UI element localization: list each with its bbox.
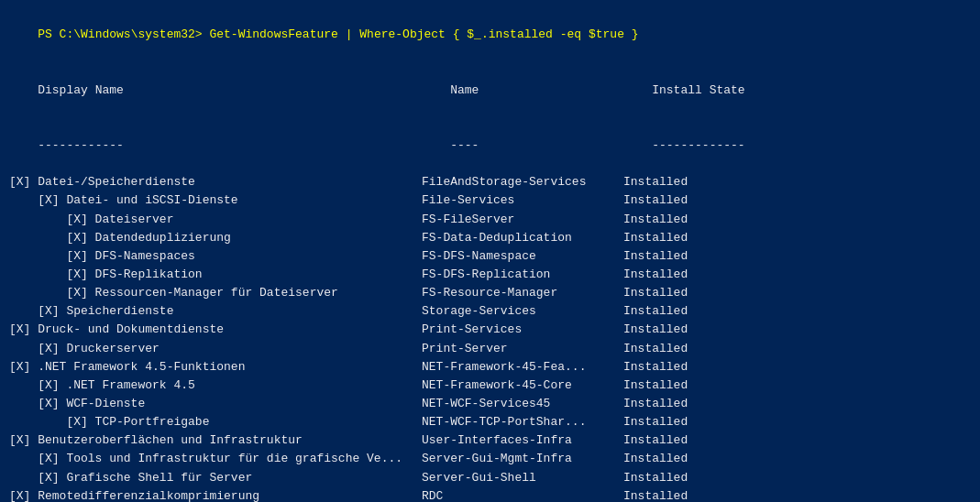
row-feature-name: File-Services [422,191,623,210]
table-row: [X] Datei-/SpeicherdiensteFileAndStorage… [9,173,971,191]
divider-name: ---- [450,136,652,155]
row-display-name: [X] WCF-Dienste [9,395,422,413]
table-row: [X] DruckerserverPrint-ServerInstalled [9,340,971,358]
table-row: [X] DatendeduplizierungFS-Data-Deduplica… [9,229,971,247]
table-row: [X] .NET Framework 4.5NET-Framework-45-C… [9,376,971,395]
row-feature-name: Print-Services [422,321,623,339]
row-feature-name: User-Interfaces-Infra [422,431,623,450]
row-install-state: Installed [623,229,688,247]
row-feature-name: Server-Gui-Shell [422,469,623,487]
row-install-state: Installed [623,469,688,487]
row-display-name: [X] Druckerserver [9,340,422,358]
header-state: Install State [652,82,744,100]
row-feature-name: Storage-Services [422,302,623,321]
command-line: PS C:\Windows\system32> Get-WindowsFeatu… [9,7,971,62]
table-row: [X] Druck- und DokumentdienstePrint-Serv… [9,321,971,339]
row-display-name: [X] DFS-Replikation [9,266,422,284]
row-install-state: Installed [623,340,688,358]
table-row: [X] Benutzeroberflächen und Infrastruktu… [9,431,971,450]
row-install-state: Installed [623,284,688,302]
row-feature-name: NET-Framework-45-Fea... [422,358,623,376]
row-display-name: [X] Druck- und Dokumentdienste [9,321,422,339]
data-rows-container: [X] Datei-/SpeicherdiensteFileAndStorage… [9,173,971,502]
row-feature-name: FS-DFS-Namespace [422,247,623,266]
row-display-name: [X] Tools und Infrastruktur für die graf… [9,450,422,468]
table-row: [X] TCP-PortfreigabeNET-WCF-TCP-PortShar… [9,413,971,431]
row-install-state: Installed [623,376,688,395]
row-install-state: Installed [623,211,688,229]
command: Get-WindowsFeature | Where-Object { $_.i… [203,27,639,41]
row-feature-name: Print-Server [422,340,623,358]
header-display: Display Name [38,82,450,100]
table-row: [X] .NET Framework 4.5-FunktionenNET-Fra… [9,358,971,376]
header-name: Name [450,82,652,100]
row-feature-name: FS-FileServer [422,211,623,229]
row-display-name: [X] .NET Framework 4.5-Funktionen [9,358,422,376]
table-row: [X] Tools und Infrastruktur für die graf… [9,450,971,468]
divider-display: ------------ [38,136,450,155]
row-display-name: [X] TCP-Portfreigabe [9,413,422,431]
row-display-name: [X] Remotedifferenzialkomprimierung [9,487,422,502]
row-display-name: [X] DFS-Namespaces [9,247,422,266]
row-feature-name: RDC [422,487,623,502]
header-row: Display NameNameInstall State [9,62,971,117]
row-feature-name: Server-Gui-Mgmt-Infra [422,450,623,468]
row-install-state: Installed [623,395,688,413]
row-display-name: [X] Benutzeroberflächen und Infrastruktu… [9,431,422,450]
row-feature-name: NET-Framework-45-Core [422,376,623,395]
terminal-window: PS C:\Windows\system32> Get-WindowsFeatu… [9,7,971,502]
row-display-name: [X] Speicherdienste [9,302,422,321]
row-feature-name: FS-Resource-Manager [422,284,623,302]
row-display-name: [X] Datei- und iSCSI-Dienste [9,191,422,210]
row-feature-name: FS-DFS-Replication [422,266,623,284]
row-display-name: [X] Datendeduplizierung [9,229,422,247]
row-display-name: [X] .NET Framework 4.5 [9,376,422,395]
row-install-state: Installed [623,450,688,468]
table-row: [X] DateiserverFS-FileServerInstalled [9,211,971,229]
table-row: [X] DFS-ReplikationFS-DFS-ReplicationIns… [9,266,971,284]
divider-state: ------------- [652,136,744,155]
row-install-state: Installed [623,247,688,266]
row-feature-name: FileAndStorage-Services [422,173,623,191]
table-row: [X] Ressourcen-Manager für DateiserverFS… [9,284,971,302]
row-install-state: Installed [623,266,688,284]
divider-row: ----------------------------- [9,118,971,173]
prompt: PS C:\Windows\system32> [38,27,202,41]
row-install-state: Installed [623,173,688,191]
table-row: [X] WCF-DiensteNET-WCF-Services45Install… [9,395,971,413]
row-install-state: Installed [623,321,688,339]
row-display-name: [X] Ressourcen-Manager für Dateiserver [9,284,422,302]
table-row: [X] SpeicherdiensteStorage-ServicesInsta… [9,302,971,321]
table-row: [X] RemotedifferenzialkomprimierungRDCIn… [9,487,971,502]
row-install-state: Installed [623,191,688,210]
row-feature-name: NET-WCF-Services45 [422,395,623,413]
row-feature-name: FS-Data-Deduplication [422,229,623,247]
row-display-name: [X] Grafische Shell für Server [9,469,422,487]
row-install-state: Installed [623,302,688,321]
table-row: [X] DFS-NamespacesFS-DFS-NamespaceInstal… [9,247,971,266]
row-display-name: [X] Datei-/Speicherdienste [9,173,422,191]
row-install-state: Installed [623,431,688,450]
row-display-name: [X] Dateiserver [9,211,422,229]
table-row: [X] Datei- und iSCSI-DiensteFile-Service… [9,191,971,210]
row-install-state: Installed [623,413,688,431]
row-feature-name: NET-WCF-TCP-PortShar... [422,413,623,431]
table-row: [X] Grafische Shell für ServerServer-Gui… [9,469,971,487]
row-install-state: Installed [623,487,688,502]
row-install-state: Installed [623,358,688,376]
